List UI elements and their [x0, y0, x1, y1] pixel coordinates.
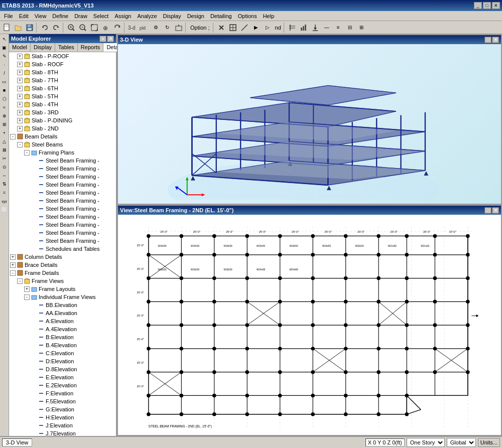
tree-item[interactable]: -Beam Details [9, 132, 116, 140]
tree-item[interactable]: -Individual Frame Views [9, 293, 116, 301]
view-3d-canvas[interactable] [118, 44, 501, 204]
minimize-button[interactable]: _ [474, 2, 482, 9]
tree-toggle-icon[interactable]: + [17, 118, 23, 123]
tb-measure[interactable] [239, 22, 250, 33]
tree-item[interactable]: +Slab - 2ND [9, 124, 116, 132]
menu-design[interactable]: Design [184, 13, 207, 20]
global-select[interactable]: Global Local [447, 438, 476, 447]
tree-item[interactable]: Steel Beam Framing - [9, 221, 116, 229]
tree-item[interactable]: C:Elevation [9, 349, 116, 357]
settings-button[interactable]: ⚙ [150, 22, 161, 33]
maximize-button[interactable]: □ [483, 2, 491, 9]
tree-toggle-icon[interactable]: + [17, 126, 23, 131]
view-2d-btns[interactable]: □ ✕ [484, 207, 499, 214]
tree-toggle-icon[interactable]: - [10, 134, 16, 139]
tree-toggle-icon[interactable]: - [17, 278, 23, 284]
tree-item[interactable]: J:Elevation [9, 421, 116, 429]
left-solid-btn[interactable]: ■ [1, 86, 9, 94]
tree-item[interactable]: Steel Beam Framing - [9, 229, 116, 237]
export-btn[interactable] [310, 22, 321, 33]
menu-analyze[interactable]: Analyze [134, 13, 160, 20]
rotate-button[interactable] [112, 22, 123, 33]
tree-toggle-icon[interactable]: + [17, 54, 23, 59]
dash-btn[interactable]: — [321, 22, 332, 33]
tree-item[interactable]: E:Elevation [9, 373, 116, 381]
tree-item[interactable]: -Frame Details [9, 269, 116, 277]
close-button[interactable]: ✕ [492, 2, 500, 9]
tree-toggle-icon[interactable]: + [24, 286, 30, 292]
tree-item[interactable]: Steel Beam Framing - [9, 237, 116, 245]
3d-button[interactable]: 3-d [127, 22, 138, 33]
tree-toggle-icon[interactable]: + [17, 86, 23, 91]
sidebar-pin-btn[interactable]: « [99, 36, 106, 42]
tree-item[interactable]: +Slab - 4TH [9, 100, 116, 108]
menu-detailing[interactable]: Detailing [207, 13, 235, 20]
tree-item[interactable]: A:Elevation [9, 317, 116, 325]
tree-item[interactable]: +Slab - 8TH [9, 68, 116, 76]
sidebar-buttons[interactable]: « ✕ [99, 36, 114, 42]
window-controls[interactable]: _ □ ✕ [474, 2, 500, 9]
display-button[interactable] [173, 22, 184, 33]
tree-item[interactable]: J.7Elevation [9, 429, 116, 436]
redo-button[interactable] [51, 22, 62, 33]
tree-toggle-icon[interactable]: - [17, 142, 23, 147]
story-select[interactable]: One Story All Stories [407, 438, 445, 447]
tree-toggle-icon[interactable]: + [10, 262, 16, 268]
tree-item[interactable]: +Slab - ROOF [9, 60, 116, 68]
tree-toggle-icon[interactable]: + [17, 70, 23, 75]
left-tool14[interactable]: ✂ [1, 155, 9, 163]
tree-toggle-icon[interactable]: - [10, 270, 16, 276]
left-tool16[interactable]: ↔ [1, 172, 9, 180]
tree-toggle-icon[interactable]: + [10, 254, 16, 260]
tree-item[interactable]: B.4Elevation [9, 341, 116, 349]
tree-item[interactable]: -Steel Beams [9, 140, 116, 148]
tree-item[interactable]: +Slab - 6TH [9, 84, 116, 92]
left-frame-btn[interactable]: / [1, 69, 9, 77]
pan-button[interactable]: ⊕ [100, 22, 111, 33]
menu-display[interactable]: Display [160, 13, 184, 20]
zoom-in-button[interactable] [66, 22, 77, 33]
tree-item[interactable]: +Slab - 5TH [9, 92, 116, 100]
view-2d-canvas[interactable]: W18x50 W18x50 W18x50 W18x50 W18x50 W18x5… [118, 215, 501, 435]
left-pencil-btn[interactable]: ✎ [1, 52, 9, 60]
tree-item[interactable]: H:Elevation [9, 413, 116, 421]
left-tool9[interactable]: ⊕ [1, 112, 9, 120]
tree-toggle-icon[interactable]: + [17, 94, 23, 99]
sidebar-close-btn[interactable]: ✕ [107, 36, 114, 42]
menu-help[interactable]: Help [260, 13, 278, 20]
zoom-out-button[interactable] [77, 22, 88, 33]
view-2d-restore[interactable]: □ [484, 207, 491, 214]
chart-btn[interactable] [298, 22, 309, 33]
menu-draw[interactable]: Draw [71, 13, 90, 20]
tree-item[interactable]: +Slab - P-ROOF [9, 52, 116, 60]
tree-toggle-icon[interactable]: + [17, 102, 23, 107]
menu-file[interactable]: File [1, 13, 16, 20]
tree-item[interactable]: D.8Elevation [9, 365, 116, 373]
tree-item[interactable]: AA.Elevation [9, 309, 116, 317]
left-spring-btn[interactable]: ≈ [1, 103, 9, 111]
tree-item[interactable]: G:Elevation [9, 405, 116, 413]
view-3d-btns[interactable]: □ ✕ [484, 37, 499, 43]
tree-item[interactable]: Steel Beam Framing - [9, 181, 116, 189]
tree-item[interactable]: -Framing Plans [9, 148, 116, 157]
left-tool10[interactable]: ⊞ [1, 120, 9, 128]
left-tool19[interactable]: xyz [1, 197, 9, 205]
tree-item[interactable]: Steel Beam Framing - [9, 213, 116, 221]
plan-button[interactable]: pld [139, 22, 150, 33]
menu-select[interactable]: Select [90, 13, 112, 20]
tb-extra-2[interactable] [227, 22, 238, 33]
left-link-btn[interactable]: ⬡ [1, 95, 9, 103]
undo-button[interactable] [39, 22, 50, 33]
table-btn[interactable] [287, 22, 298, 33]
tree-toggle-icon[interactable]: - [24, 150, 30, 156]
dash2-btn[interactable]: ≡ [333, 22, 344, 33]
left-tool17[interactable]: ⇅ [1, 180, 9, 188]
tree-item[interactable]: Steel Beam Framing - [9, 157, 116, 165]
tab-tables[interactable]: Tables [55, 43, 78, 52]
left-rubber-btn[interactable]: ▣ [1, 44, 9, 52]
tree-item[interactable]: -Frame Views [9, 277, 116, 285]
tree-item[interactable]: F:Elevation [9, 389, 116, 397]
left-node-btn[interactable]: · [1, 61, 9, 69]
menu-define[interactable]: Define [49, 13, 71, 20]
zoom-fit-button[interactable] [89, 22, 100, 33]
